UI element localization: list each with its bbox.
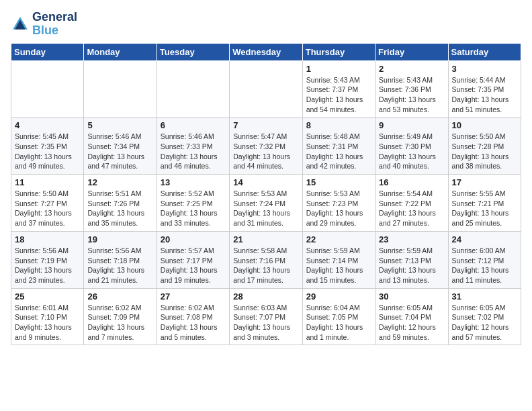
calendar-cell: 23Sunrise: 5:59 AM Sunset: 7:13 PM Dayli…: [375, 231, 448, 288]
calendar-cell: 18Sunrise: 5:56 AM Sunset: 7:19 PM Dayli…: [11, 231, 84, 288]
calendar-day-header: Sunday: [11, 43, 84, 60]
day-number: 7: [233, 120, 298, 130]
day-number: 15: [306, 177, 371, 187]
day-info: Sunrise: 5:43 AM Sunset: 7:37 PM Dayligh…: [306, 75, 371, 115]
calendar-cell: 20Sunrise: 5:57 AM Sunset: 7:17 PM Dayli…: [157, 231, 229, 288]
day-number: 31: [452, 291, 517, 302]
calendar-cell: 9Sunrise: 5:49 AM Sunset: 7:30 PM Daylig…: [375, 118, 448, 175]
calendar-cell: 10Sunrise: 5:50 AM Sunset: 7:28 PM Dayli…: [448, 118, 521, 175]
day-number: 23: [379, 234, 444, 244]
day-info: Sunrise: 5:47 AM Sunset: 7:32 PM Dayligh…: [233, 132, 298, 171]
day-number: 11: [15, 177, 80, 187]
day-info: Sunrise: 5:53 AM Sunset: 7:23 PM Dayligh…: [306, 189, 371, 228]
logo-icon: [11, 15, 30, 34]
page-header: General Blue: [11, 11, 521, 38]
calendar-cell: 27Sunrise: 6:02 AM Sunset: 7:08 PM Dayli…: [157, 288, 229, 345]
calendar-day-header: Wednesday: [230, 43, 302, 60]
calendar-cell: 29Sunrise: 6:04 AM Sunset: 7:05 PM Dayli…: [302, 288, 375, 345]
calendar-cell: 15Sunrise: 5:53 AM Sunset: 7:23 PM Dayli…: [302, 175, 375, 232]
day-info: Sunrise: 6:00 AM Sunset: 7:12 PM Dayligh…: [452, 246, 517, 285]
day-info: Sunrise: 5:49 AM Sunset: 7:30 PM Dayligh…: [379, 132, 444, 171]
day-number: 12: [87, 177, 152, 187]
day-info: Sunrise: 5:48 AM Sunset: 7:31 PM Dayligh…: [306, 132, 371, 171]
calendar-day-header: Thursday: [302, 43, 375, 60]
day-number: 3: [452, 64, 517, 74]
calendar-cell: 19Sunrise: 5:56 AM Sunset: 7:18 PM Dayli…: [84, 231, 157, 288]
calendar-header-row: SundayMondayTuesdayWednesdayThursdayFrid…: [11, 43, 521, 60]
day-info: Sunrise: 5:59 AM Sunset: 7:13 PM Dayligh…: [379, 246, 444, 285]
calendar-week-row: 11Sunrise: 5:50 AM Sunset: 7:27 PM Dayli…: [11, 175, 521, 232]
day-info: Sunrise: 6:04 AM Sunset: 7:05 PM Dayligh…: [306, 303, 371, 342]
day-number: 30: [379, 291, 444, 302]
calendar-body: 1Sunrise: 5:43 AM Sunset: 7:37 PM Daylig…: [11, 60, 521, 345]
calendar-week-row: 25Sunrise: 6:01 AM Sunset: 7:10 PM Dayli…: [11, 288, 521, 345]
day-info: Sunrise: 5:50 AM Sunset: 7:27 PM Dayligh…: [15, 189, 80, 228]
day-info: Sunrise: 5:54 AM Sunset: 7:22 PM Dayligh…: [379, 189, 444, 228]
day-info: Sunrise: 5:46 AM Sunset: 7:33 PM Dayligh…: [161, 132, 226, 171]
calendar-cell: 16Sunrise: 5:54 AM Sunset: 7:22 PM Dayli…: [375, 175, 448, 232]
day-info: Sunrise: 5:51 AM Sunset: 7:26 PM Dayligh…: [87, 189, 152, 228]
calendar-day-header: Tuesday: [157, 43, 229, 60]
calendar-cell: 26Sunrise: 6:02 AM Sunset: 7:09 PM Dayli…: [84, 288, 157, 345]
calendar-cell: 7Sunrise: 5:47 AM Sunset: 7:32 PM Daylig…: [230, 118, 302, 175]
calendar-cell: 1Sunrise: 5:43 AM Sunset: 7:37 PM Daylig…: [302, 60, 375, 118]
calendar-cell: 6Sunrise: 5:46 AM Sunset: 7:33 PM Daylig…: [157, 118, 229, 175]
day-number: 20: [161, 234, 226, 244]
calendar-cell: 24Sunrise: 6:00 AM Sunset: 7:12 PM Dayli…: [448, 231, 521, 288]
calendar-cell: 30Sunrise: 6:05 AM Sunset: 7:04 PM Dayli…: [375, 288, 448, 345]
calendar-cell: [84, 60, 157, 118]
day-info: Sunrise: 5:56 AM Sunset: 7:19 PM Dayligh…: [15, 246, 80, 285]
day-number: 9: [379, 120, 444, 130]
calendar-day-header: Monday: [84, 43, 157, 60]
day-info: Sunrise: 6:03 AM Sunset: 7:07 PM Dayligh…: [233, 303, 298, 342]
calendar-cell: 2Sunrise: 5:43 AM Sunset: 7:36 PM Daylig…: [375, 60, 448, 118]
day-info: Sunrise: 5:52 AM Sunset: 7:25 PM Dayligh…: [161, 189, 226, 228]
day-number: 26: [87, 291, 152, 302]
day-number: 4: [15, 120, 80, 130]
calendar-cell: 11Sunrise: 5:50 AM Sunset: 7:27 PM Dayli…: [11, 175, 84, 232]
day-number: 29: [306, 291, 371, 302]
day-number: 22: [306, 234, 371, 244]
day-number: 19: [87, 234, 152, 244]
calendar-cell: 31Sunrise: 6:05 AM Sunset: 7:02 PM Dayli…: [448, 288, 521, 345]
calendar-cell: 8Sunrise: 5:48 AM Sunset: 7:31 PM Daylig…: [302, 118, 375, 175]
day-number: 27: [161, 291, 226, 302]
day-info: Sunrise: 5:56 AM Sunset: 7:18 PM Dayligh…: [87, 246, 152, 285]
calendar-cell: 4Sunrise: 5:45 AM Sunset: 7:35 PM Daylig…: [11, 118, 84, 175]
calendar-cell: [11, 60, 84, 118]
calendar-cell: 17Sunrise: 5:55 AM Sunset: 7:21 PM Dayli…: [448, 175, 521, 232]
day-number: 25: [15, 291, 80, 302]
calendar-week-row: 18Sunrise: 5:56 AM Sunset: 7:19 PM Dayli…: [11, 231, 521, 288]
day-info: Sunrise: 5:46 AM Sunset: 7:34 PM Dayligh…: [87, 132, 152, 171]
day-number: 1: [306, 64, 371, 74]
calendar-week-row: 4Sunrise: 5:45 AM Sunset: 7:35 PM Daylig…: [11, 118, 521, 175]
day-number: 18: [15, 234, 80, 244]
day-number: 2: [379, 64, 444, 74]
day-info: Sunrise: 5:55 AM Sunset: 7:21 PM Dayligh…: [452, 189, 517, 228]
calendar-cell: 5Sunrise: 5:46 AM Sunset: 7:34 PM Daylig…: [84, 118, 157, 175]
day-number: 13: [161, 177, 226, 187]
day-info: Sunrise: 6:02 AM Sunset: 7:08 PM Dayligh…: [161, 303, 226, 342]
day-info: Sunrise: 5:57 AM Sunset: 7:17 PM Dayligh…: [161, 246, 226, 285]
calendar-day-header: Saturday: [448, 43, 521, 60]
day-number: 21: [233, 234, 298, 244]
day-number: 28: [233, 291, 298, 302]
calendar-week-row: 1Sunrise: 5:43 AM Sunset: 7:37 PM Daylig…: [11, 60, 521, 118]
day-number: 6: [161, 120, 226, 130]
calendar-cell: [157, 60, 229, 118]
day-number: 16: [379, 177, 444, 187]
day-info: Sunrise: 6:05 AM Sunset: 7:04 PM Dayligh…: [379, 303, 444, 342]
day-info: Sunrise: 5:44 AM Sunset: 7:35 PM Dayligh…: [452, 75, 517, 115]
day-number: 5: [87, 120, 152, 130]
day-info: Sunrise: 5:45 AM Sunset: 7:35 PM Dayligh…: [15, 132, 80, 171]
day-number: 8: [306, 120, 371, 130]
day-number: 24: [452, 234, 517, 244]
day-info: Sunrise: 6:02 AM Sunset: 7:09 PM Dayligh…: [87, 303, 152, 342]
day-number: 10: [452, 120, 517, 130]
day-info: Sunrise: 5:59 AM Sunset: 7:14 PM Dayligh…: [306, 246, 371, 285]
calendar-cell: 13Sunrise: 5:52 AM Sunset: 7:25 PM Dayli…: [157, 175, 229, 232]
day-number: 14: [233, 177, 298, 187]
logo: General Blue: [11, 11, 77, 38]
day-info: Sunrise: 6:01 AM Sunset: 7:10 PM Dayligh…: [15, 303, 80, 342]
calendar-cell: [230, 60, 302, 118]
